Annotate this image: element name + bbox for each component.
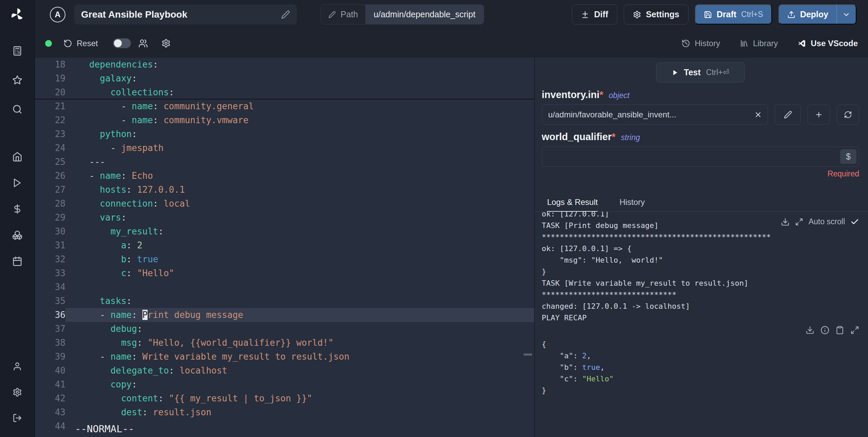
windmill-logo-icon: [10, 7, 25, 22]
code-line[interactable]: 24 - jmespath: [35, 141, 534, 155]
sidebar-item-settings[interactable]: [0, 379, 35, 405]
check-icon: [850, 217, 859, 226]
content: 18dependencies:19 galaxy:20 collections:…: [35, 58, 868, 437]
required-marker: *: [612, 131, 615, 142]
code-line[interactable]: 19 galaxy:: [35, 72, 534, 86]
variable-picker-button[interactable]: $: [840, 149, 856, 164]
autoscroll-checkbox[interactable]: [850, 217, 859, 226]
code-line[interactable]: 29 vars:: [35, 211, 534, 225]
workspace-avatar[interactable]: A: [50, 7, 65, 22]
code-line[interactable]: 18dependencies:: [35, 58, 534, 72]
code-line[interactable]: 28 connection: local: [35, 197, 534, 211]
copy-result-button[interactable]: [835, 326, 844, 335]
deploy-button[interactable]: Deploy: [778, 4, 856, 24]
code-line[interactable]: 36 - name: Print debug message: [35, 308, 534, 322]
mode-toggle[interactable]: [113, 38, 131, 48]
editor-scrollbar[interactable]: [523, 354, 532, 356]
sidebar-item-account[interactable]: [0, 354, 35, 379]
info-icon: [821, 326, 829, 335]
expand-result-button[interactable]: [850, 326, 859, 335]
pencil-icon: [784, 111, 792, 119]
use-vscode-button[interactable]: Use VScode: [797, 39, 858, 48]
log-line: "msg": "Hello, world!": [542, 254, 859, 266]
windmill-logo[interactable]: [0, 0, 35, 29]
code-line[interactable]: 22 - name: community.vmware: [35, 113, 534, 127]
download-logs-button[interactable]: [781, 217, 790, 226]
inventory-input[interactable]: [548, 110, 749, 119]
download-result-button[interactable]: [806, 326, 814, 335]
expand-icon: [795, 218, 803, 226]
code-line[interactable]: 25---: [35, 155, 534, 169]
deploy-dropdown-button[interactable]: [837, 4, 856, 24]
world-qualifier-input[interactable]: [548, 152, 840, 162]
toolbar-right: History Library Use VScode: [681, 39, 858, 48]
field-label-world-qualifier: world_qualifier* string: [542, 131, 859, 142]
draft-button[interactable]: Draft Ctrl+S: [695, 4, 772, 24]
sidebar-item-schedules[interactable]: [0, 248, 35, 274]
code-line[interactable]: 33 c: "Hello": [35, 266, 534, 280]
pencil-icon: [328, 11, 336, 18]
sidebar-item-calculator[interactable]: [0, 36, 35, 65]
sidebar-item-logout[interactable]: [0, 405, 35, 431]
calculator-icon: [12, 46, 22, 56]
reset-button[interactable]: Reset: [63, 39, 98, 48]
code-editor[interactable]: 18dependencies:19 galaxy:20 collections:…: [35, 58, 534, 437]
code-line[interactable]: 20 collections:: [35, 86, 534, 99]
diff-button[interactable]: Diff: [572, 4, 617, 24]
code-line[interactable]: 41 copy:: [35, 378, 534, 392]
path-edit-button[interactable]: Path: [321, 5, 365, 24]
line-number: 33: [35, 266, 65, 280]
sidebar-item-runs[interactable]: [0, 170, 35, 196]
dollar-icon: [12, 204, 22, 214]
code-line[interactable]: 23 python:: [35, 127, 534, 141]
save-icon: [704, 11, 712, 19]
code-line[interactable]: 38 msg: "Hello, {{world_qualifier}} worl…: [35, 336, 534, 350]
code-line[interactable]: 35 tasks:: [35, 294, 534, 308]
code-line[interactable]: 26- name: Echo: [35, 169, 534, 183]
test-button[interactable]: Test Ctrl+⏎: [656, 62, 745, 82]
test-shortcut: Ctrl+⏎: [706, 68, 729, 77]
code-line[interactable]: 37 debug:: [35, 322, 534, 336]
code-line[interactable]: 39 - name: Write variable my_result to r…: [35, 350, 534, 364]
code-line[interactable]: 42 content: "{{ my_result | to_json }}": [35, 392, 534, 405]
avatar-letter: A: [55, 10, 60, 19]
toolbar-history-button[interactable]: History: [681, 39, 720, 48]
settings-label: Settings: [646, 10, 679, 19]
code-line[interactable]: 43 dest: result.json: [35, 405, 534, 419]
code-line[interactable]: 40 delegate_to: localhost: [35, 364, 534, 378]
result-line: {: [542, 339, 859, 350]
refresh-resource-button[interactable]: [837, 104, 859, 125]
sidebar-item-search[interactable]: [0, 95, 35, 124]
settings-button[interactable]: Settings: [624, 4, 689, 24]
library-button[interactable]: Library: [740, 39, 778, 48]
sidebar-item-variables[interactable]: [0, 196, 35, 222]
tab-history[interactable]: History: [619, 197, 645, 211]
code-line[interactable]: 27 hosts: 127.0.0.1: [35, 183, 534, 197]
line-number: 24: [35, 141, 65, 155]
add-resource-button[interactable]: [808, 104, 830, 125]
edit-title-pencil-icon[interactable]: [281, 10, 290, 19]
history-icon: [681, 39, 690, 48]
sidebar-item-favorites[interactable]: [0, 65, 35, 95]
tab-logs-result[interactable]: Logs & Result: [547, 197, 598, 211]
result-info-button[interactable]: [821, 326, 829, 335]
code-line[interactable]: 34: [35, 280, 534, 294]
result-json: { "a": 2, "b": true, "c": "Hello"}: [542, 325, 859, 396]
code-line[interactable]: 32 b: true: [35, 252, 534, 266]
clear-inventory-icon[interactable]: [754, 111, 762, 119]
sidebar-item-resources[interactable]: [0, 222, 35, 248]
log-line: PLAY RECAP: [542, 312, 859, 324]
sidebar-item-home[interactable]: [0, 144, 35, 170]
code-line[interactable]: 31 a: 2: [35, 239, 534, 252]
editor-settings-button[interactable]: [161, 39, 171, 48]
download-icon: [806, 326, 814, 335]
line-number: 38: [35, 336, 65, 350]
expand-logs-button[interactable]: [795, 218, 803, 226]
edit-resource-button[interactable]: [775, 104, 801, 125]
line-number: 29: [35, 211, 65, 225]
collaborators-button[interactable]: [138, 39, 148, 48]
script-title-box[interactable]: Great Ansible Playbook: [74, 4, 297, 24]
code-line[interactable]: 30 my_result:: [35, 225, 534, 239]
code-line[interactable]: 21 - name: community.general: [35, 99, 534, 113]
log-output[interactable]: ok: [127.0.0.1]TASK [Print debug message…: [542, 212, 859, 324]
